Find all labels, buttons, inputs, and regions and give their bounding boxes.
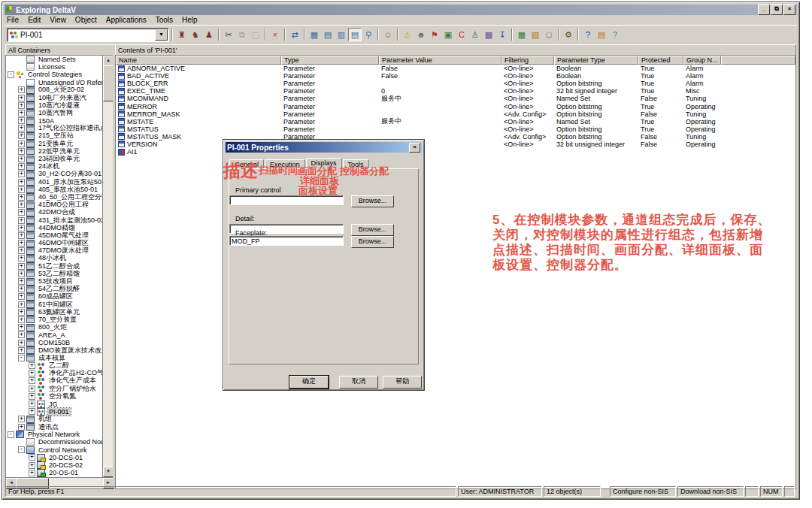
tree-item[interactable]: +AREA_A (6, 331, 103, 339)
sfc-icon[interactable]: C (455, 28, 468, 41)
expand-icon[interactable]: + (18, 117, 25, 124)
expand-icon[interactable]: + (18, 171, 25, 177)
expand-icon[interactable]: + (29, 470, 35, 476)
expand-icon[interactable]: + (18, 278, 25, 285)
license-keys-icon[interactable]: ⚙ (562, 28, 575, 41)
table-row[interactable]: MERRORParameter<On-line>Option bitstring… (116, 102, 795, 110)
explore-modules-icon[interactable]: ♜ (175, 28, 189, 41)
expand-icon[interactable]: + (29, 454, 35, 461)
tree-item[interactable]: +20-DCS-01 (6, 454, 103, 461)
title-bar[interactable]: Exploring DeltaV _⧉× (5, 5, 797, 15)
expand-icon[interactable]: + (18, 416, 25, 422)
dialog-close-icon[interactable]: × (409, 143, 420, 153)
menu-item-tools[interactable]: Tools (156, 16, 173, 24)
expand-icon[interactable]: + (18, 163, 25, 170)
alarm-bell-icon[interactable]: ⚠ (401, 28, 414, 41)
import-export-icon[interactable]: ⇄ (288, 28, 301, 41)
expand-icon[interactable]: + (18, 125, 25, 132)
find-icon[interactable]: ⚲ (362, 28, 375, 41)
collapse-icon[interactable]: - (8, 431, 14, 438)
expand-icon[interactable]: + (29, 408, 35, 415)
expand-icon[interactable]: + (18, 331, 25, 338)
books-icon[interactable]: ▤ (595, 28, 608, 41)
table-row[interactable]: MCOMMANDParameter服务中<On-line>Named SetFa… (116, 95, 795, 102)
expand-icon[interactable]: + (29, 370, 35, 376)
expand-icon[interactable]: + (18, 255, 25, 262)
expand-icon[interactable]: + (18, 286, 25, 292)
scrollbar-thumb[interactable] (103, 65, 114, 101)
menu-item-file[interactable]: File (7, 16, 19, 24)
expand-icon[interactable]: + (18, 86, 25, 93)
scroll-down-icon[interactable]: ▼ (103, 467, 114, 477)
tree-item[interactable]: -Physical Network (6, 431, 103, 438)
bookmark-icon[interactable]: ⚑ (428, 28, 441, 41)
help-button[interactable]: 帮助 (383, 376, 422, 389)
restore-button[interactable]: ⧉ (771, 5, 783, 15)
user-manager-icon[interactable]: ☺ (381, 28, 395, 41)
expand-icon[interactable]: + (29, 386, 35, 392)
expand-icon[interactable]: + (18, 102, 25, 109)
tree-item[interactable]: +通讯点 (6, 423, 103, 431)
menu-item-applications[interactable]: Applications (106, 16, 147, 24)
expand-icon[interactable]: + (18, 156, 25, 162)
table-row[interactable]: MSTATEParameter服务中<On-line>Named SetTrue… (116, 118, 795, 125)
dialog-title-bar[interactable]: PI-001 Properties × (226, 142, 422, 153)
expand-icon[interactable]: + (18, 293, 25, 300)
paste-icon[interactable]: ▢ (249, 28, 262, 41)
context-help-icon[interactable]: ? (608, 28, 622, 41)
scroll-up-icon[interactable]: ▲ (103, 56, 114, 66)
expand-icon[interactable]: + (18, 247, 25, 254)
expand-icon[interactable]: + (18, 201, 25, 208)
column-header[interactable]: Type (281, 56, 379, 65)
menu-item-view[interactable]: View (50, 16, 66, 24)
expand-icon[interactable]: + (18, 132, 25, 139)
object-combo-input[interactable] (20, 31, 155, 39)
diagnostics-icon[interactable]: □ (542, 28, 556, 41)
tree-item[interactable]: +20-OS-01 (6, 469, 103, 476)
expand-icon[interactable]: + (18, 424, 25, 431)
tree-item[interactable]: +800_火炬 (6, 324, 103, 331)
expand-icon[interactable]: + (18, 232, 25, 239)
menu-item-edit[interactable]: Edit (28, 16, 41, 24)
expand-icon[interactable]: + (18, 324, 25, 331)
tree-item[interactable]: +空分氧氮 (6, 392, 103, 400)
object-combo[interactable]: ▼ (7, 28, 169, 42)
tree-item[interactable]: +10蒸汽管网 (6, 109, 103, 116)
expand-icon[interactable]: + (18, 179, 25, 186)
expand-icon[interactable]: + (18, 141, 25, 147)
tree-item[interactable]: +20-DCS-02 (6, 461, 103, 469)
column-header[interactable]: Parameter Value (379, 56, 501, 65)
tree-item[interactable]: +JG (6, 400, 103, 407)
expand-icon[interactable]: + (29, 401, 35, 407)
view-list-icon[interactable]: ▥ (335, 28, 348, 41)
browse-button[interactable]: Browse... (351, 236, 394, 248)
table-row[interactable]: AI1 (116, 148, 795, 156)
column-header[interactable]: Name (116, 56, 281, 65)
history-chart-icon[interactable]: ▦ (515, 28, 529, 41)
column-header[interactable]: Protected (638, 56, 683, 65)
view-details-icon[interactable]: ▤ (348, 28, 362, 41)
expand-icon[interactable]: + (18, 186, 25, 193)
browse-button[interactable]: Browse... (351, 195, 394, 207)
explore-network-icon[interactable]: ♟ (202, 28, 216, 41)
menu-item-object[interactable]: Object (75, 16, 97, 24)
collapse-icon[interactable]: - (18, 355, 25, 361)
minimize-button[interactable]: _ (758, 5, 770, 15)
close-button[interactable]: × (783, 5, 795, 15)
delete-icon[interactable]: × (268, 28, 282, 41)
help-icon[interactable]: ? (581, 28, 595, 41)
tree-item[interactable]: +PI-001 (6, 408, 103, 416)
column-header[interactable]: Group N... (683, 56, 721, 65)
tree-item[interactable]: -Control Strategies (6, 71, 103, 78)
expand-icon[interactable]: + (29, 362, 35, 369)
tree-item[interactable]: -Control Network (6, 446, 103, 454)
cancel-button[interactable]: 取消 (339, 376, 378, 389)
operator-icon[interactable]: ☻ (414, 28, 428, 41)
column-header[interactable]: Parameter Type (554, 56, 638, 65)
expand-icon[interactable]: + (18, 110, 25, 116)
tree-item[interactable]: Decommissioned Nodes (6, 438, 103, 446)
expand-icon[interactable]: + (18, 271, 25, 277)
security-icon[interactable]: ♙ (468, 28, 482, 41)
trend-chart-icon[interactable]: ▧ (529, 28, 542, 41)
copy-icon[interactable]: ⧉ (235, 28, 249, 41)
